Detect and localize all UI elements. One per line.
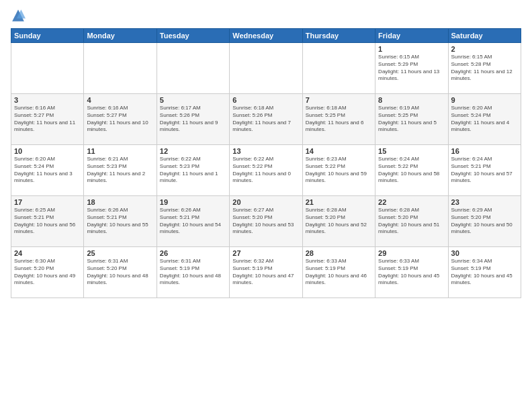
- day-info: Sunrise: 6:17 AMSunset: 5:26 PMDaylight:…: [160, 105, 226, 134]
- weekday-header-saturday: Saturday: [448, 29, 521, 43]
- calendar-cell: 12Sunrise: 6:22 AMSunset: 5:23 PMDayligh…: [157, 145, 229, 196]
- calendar-cell: 7Sunrise: 6:18 AMSunset: 5:25 PMDaylight…: [302, 94, 375, 145]
- calendar-cell: [84, 43, 157, 94]
- day-info: Sunrise: 6:16 AMSunset: 5:27 PMDaylight:…: [87, 105, 153, 134]
- day-number: 29: [378, 249, 445, 257]
- calendar-table: SundayMondayTuesdayWednesdayThursdayFrid…: [11, 28, 521, 298]
- day-number: 9: [451, 96, 518, 104]
- calendar-cell: [302, 43, 375, 94]
- calendar-cell: 3Sunrise: 6:16 AMSunset: 5:27 PMDaylight…: [11, 94, 84, 145]
- calendar-cell: 2Sunrise: 6:15 AMSunset: 5:28 PMDaylight…: [448, 43, 521, 94]
- day-number: 24: [14, 249, 81, 257]
- day-number: 26: [160, 249, 226, 257]
- day-number: 30: [451, 249, 518, 257]
- logo: [11, 8, 28, 23]
- day-info: Sunrise: 6:27 AMSunset: 5:20 PMDaylight:…: [232, 207, 299, 236]
- calendar-cell: 29Sunrise: 6:33 AMSunset: 5:19 PMDayligh…: [375, 247, 448, 298]
- day-info: Sunrise: 6:16 AMSunset: 5:27 PMDaylight:…: [14, 105, 81, 134]
- day-number: 17: [14, 198, 81, 206]
- calendar-cell: 20Sunrise: 6:27 AMSunset: 5:20 PMDayligh…: [230, 196, 302, 247]
- day-number: 22: [378, 198, 445, 206]
- day-info: Sunrise: 6:28 AMSunset: 5:20 PMDaylight:…: [378, 207, 445, 236]
- calendar-cell: 4Sunrise: 6:16 AMSunset: 5:27 PMDaylight…: [84, 94, 157, 145]
- day-info: Sunrise: 6:24 AMSunset: 5:22 PMDaylight:…: [378, 156, 445, 185]
- calendar-cell: 13Sunrise: 6:22 AMSunset: 5:22 PMDayligh…: [230, 145, 302, 196]
- day-info: Sunrise: 6:22 AMSunset: 5:23 PMDaylight:…: [160, 156, 226, 185]
- day-info: Sunrise: 6:20 AMSunset: 5:24 PMDaylight:…: [451, 105, 518, 134]
- day-info: Sunrise: 6:15 AMSunset: 5:29 PMDaylight:…: [378, 54, 445, 83]
- weekday-header-friday: Friday: [375, 29, 448, 43]
- day-number: 20: [232, 198, 299, 206]
- day-info: Sunrise: 6:18 AMSunset: 5:26 PMDaylight:…: [232, 105, 299, 134]
- calendar-cell: 23Sunrise: 6:29 AMSunset: 5:20 PMDayligh…: [448, 196, 521, 247]
- day-number: 4: [87, 96, 153, 104]
- day-number: 21: [306, 198, 372, 206]
- day-info: Sunrise: 6:20 AMSunset: 5:24 PMDaylight:…: [14, 156, 81, 185]
- calendar-cell: 19Sunrise: 6:26 AMSunset: 5:21 PMDayligh…: [157, 196, 229, 247]
- day-number: 10: [14, 147, 81, 155]
- calendar-cell: 22Sunrise: 6:28 AMSunset: 5:20 PMDayligh…: [375, 196, 448, 247]
- weekday-header-thursday: Thursday: [302, 29, 375, 43]
- calendar-cell: 21Sunrise: 6:28 AMSunset: 5:20 PMDayligh…: [302, 196, 375, 247]
- day-number: 23: [451, 198, 518, 206]
- day-info: Sunrise: 6:23 AMSunset: 5:22 PMDaylight:…: [306, 156, 372, 185]
- day-info: Sunrise: 6:22 AMSunset: 5:22 PMDaylight:…: [232, 156, 299, 185]
- calendar-cell: 11Sunrise: 6:21 AMSunset: 5:23 PMDayligh…: [84, 145, 157, 196]
- day-number: 2: [451, 45, 518, 53]
- calendar-cell: 6Sunrise: 6:18 AMSunset: 5:26 PMDaylight…: [230, 94, 302, 145]
- calendar-cell: 27Sunrise: 6:32 AMSunset: 5:19 PMDayligh…: [230, 247, 302, 298]
- calendar-cell: 17Sunrise: 6:25 AMSunset: 5:21 PMDayligh…: [11, 196, 84, 247]
- day-number: 28: [306, 249, 372, 257]
- day-info: Sunrise: 6:33 AMSunset: 5:19 PMDaylight:…: [378, 258, 445, 287]
- day-info: Sunrise: 6:15 AMSunset: 5:28 PMDaylight:…: [451, 54, 518, 83]
- calendar-cell: [157, 43, 229, 94]
- day-number: 7: [306, 96, 372, 104]
- day-info: Sunrise: 6:32 AMSunset: 5:19 PMDaylight:…: [232, 258, 299, 287]
- day-info: Sunrise: 6:26 AMSunset: 5:21 PMDaylight:…: [87, 207, 153, 236]
- calendar-cell: 14Sunrise: 6:23 AMSunset: 5:22 PMDayligh…: [302, 145, 375, 196]
- calendar-cell: 15Sunrise: 6:24 AMSunset: 5:22 PMDayligh…: [375, 145, 448, 196]
- day-info: Sunrise: 6:33 AMSunset: 5:19 PMDaylight:…: [306, 258, 372, 287]
- day-number: 27: [232, 249, 299, 257]
- day-number: 25: [87, 249, 153, 257]
- day-info: Sunrise: 6:24 AMSunset: 5:21 PMDaylight:…: [451, 156, 518, 185]
- weekday-header-wednesday: Wednesday: [230, 29, 302, 43]
- calendar-cell: 5Sunrise: 6:17 AMSunset: 5:26 PMDaylight…: [157, 94, 229, 145]
- day-info: Sunrise: 6:31 AMSunset: 5:19 PMDaylight:…: [160, 258, 226, 287]
- day-number: 14: [306, 147, 372, 155]
- calendar-cell: [11, 43, 84, 94]
- calendar-cell: 8Sunrise: 6:19 AMSunset: 5:25 PMDaylight…: [375, 94, 448, 145]
- calendar-cell: 9Sunrise: 6:20 AMSunset: 5:24 PMDaylight…: [448, 94, 521, 145]
- day-info: Sunrise: 6:25 AMSunset: 5:21 PMDaylight:…: [14, 207, 81, 236]
- day-info: Sunrise: 6:30 AMSunset: 5:20 PMDaylight:…: [14, 258, 81, 287]
- calendar-cell: 28Sunrise: 6:33 AMSunset: 5:19 PMDayligh…: [302, 247, 375, 298]
- calendar-cell: 1Sunrise: 6:15 AMSunset: 5:29 PMDaylight…: [375, 43, 448, 94]
- day-info: Sunrise: 6:21 AMSunset: 5:23 PMDaylight:…: [87, 156, 153, 185]
- day-number: 18: [87, 198, 153, 206]
- day-info: Sunrise: 6:28 AMSunset: 5:20 PMDaylight:…: [306, 207, 372, 236]
- calendar-cell: 24Sunrise: 6:30 AMSunset: 5:20 PMDayligh…: [11, 247, 84, 298]
- day-number: 19: [160, 198, 226, 206]
- calendar-cell: 26Sunrise: 6:31 AMSunset: 5:19 PMDayligh…: [157, 247, 229, 298]
- day-number: 1: [378, 45, 445, 53]
- day-number: 5: [160, 96, 226, 104]
- day-info: Sunrise: 6:26 AMSunset: 5:21 PMDaylight:…: [160, 207, 226, 236]
- calendar-cell: 25Sunrise: 6:31 AMSunset: 5:20 PMDayligh…: [84, 247, 157, 298]
- calendar-cell: 16Sunrise: 6:24 AMSunset: 5:21 PMDayligh…: [448, 145, 521, 196]
- weekday-header-monday: Monday: [84, 29, 157, 43]
- day-info: Sunrise: 6:31 AMSunset: 5:20 PMDaylight:…: [87, 258, 153, 287]
- day-info: Sunrise: 6:29 AMSunset: 5:20 PMDaylight:…: [451, 207, 518, 236]
- calendar-cell: 30Sunrise: 6:34 AMSunset: 5:19 PMDayligh…: [448, 247, 521, 298]
- day-number: 12: [160, 147, 226, 155]
- day-info: Sunrise: 6:19 AMSunset: 5:25 PMDaylight:…: [378, 105, 445, 134]
- day-info: Sunrise: 6:34 AMSunset: 5:19 PMDaylight:…: [451, 258, 518, 287]
- day-number: 8: [378, 96, 445, 104]
- day-number: 3: [14, 96, 81, 104]
- day-info: Sunrise: 6:18 AMSunset: 5:25 PMDaylight:…: [306, 105, 372, 134]
- day-number: 16: [451, 147, 518, 155]
- day-number: 11: [87, 147, 153, 155]
- day-number: 6: [232, 96, 299, 104]
- calendar-cell: [230, 43, 302, 94]
- weekday-header-sunday: Sunday: [11, 29, 84, 43]
- weekday-header-tuesday: Tuesday: [157, 29, 229, 43]
